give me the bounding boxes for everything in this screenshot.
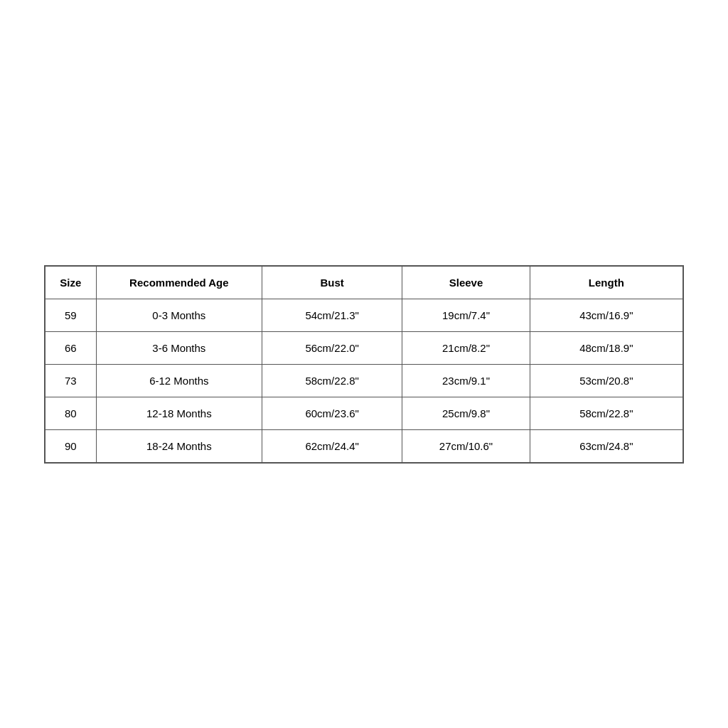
cell-sleeve-3: 25cm/9.8" xyxy=(402,397,530,429)
cell-age-3: 12-18 Months xyxy=(96,397,262,429)
cell-length-1: 48cm/18.9" xyxy=(530,331,682,364)
cell-sleeve-1: 21cm/8.2" xyxy=(402,331,530,364)
cell-length-4: 63cm/24.8" xyxy=(530,429,682,462)
cell-sleeve-0: 19cm/7.4" xyxy=(402,299,530,331)
cell-bust-2: 58cm/22.8" xyxy=(262,364,402,397)
header-length: Length xyxy=(530,266,682,299)
cell-sleeve-2: 23cm/9.1" xyxy=(402,364,530,397)
cell-sleeve-4: 27cm/10.6" xyxy=(402,429,530,462)
table-row: 9018-24 Months62cm/24.4"27cm/10.6"63cm/2… xyxy=(46,429,683,462)
cell-bust-4: 62cm/24.4" xyxy=(262,429,402,462)
cell-age-4: 18-24 Months xyxy=(96,429,262,462)
table-row: 590-3 Months54cm/21.3"19cm/7.4"43cm/16.9… xyxy=(46,299,683,331)
cell-size-2: 73 xyxy=(46,364,97,397)
cell-age-0: 0-3 Months xyxy=(96,299,262,331)
header-recommended-age: Recommended Age xyxy=(96,266,262,299)
cell-bust-1: 56cm/22.0" xyxy=(262,331,402,364)
cell-length-3: 58cm/22.8" xyxy=(530,397,682,429)
cell-age-2: 6-12 Months xyxy=(96,364,262,397)
table-row: 736-12 Months58cm/22.8"23cm/9.1"53cm/20.… xyxy=(46,364,683,397)
size-chart-table: Size Recommended Age Bust Sleeve Length … xyxy=(45,266,683,463)
table-row: 8012-18 Months60cm/23.6"25cm/9.8"58cm/22… xyxy=(46,397,683,429)
cell-bust-0: 54cm/21.3" xyxy=(262,299,402,331)
header-sleeve: Sleeve xyxy=(402,266,530,299)
cell-bust-3: 60cm/23.6" xyxy=(262,397,402,429)
cell-size-1: 66 xyxy=(46,331,97,364)
cell-size-0: 59 xyxy=(46,299,97,331)
cell-size-3: 80 xyxy=(46,397,97,429)
table-header-row: Size Recommended Age Bust Sleeve Length xyxy=(46,266,683,299)
table-row: 663-6 Months56cm/22.0"21cm/8.2"48cm/18.9… xyxy=(46,331,683,364)
cell-length-2: 53cm/20.8" xyxy=(530,364,682,397)
cell-length-0: 43cm/16.9" xyxy=(530,299,682,331)
header-size: Size xyxy=(46,266,97,299)
cell-age-1: 3-6 Months xyxy=(96,331,262,364)
size-chart-container: Size Recommended Age Bust Sleeve Length … xyxy=(44,265,684,464)
header-bust: Bust xyxy=(262,266,402,299)
cell-size-4: 90 xyxy=(46,429,97,462)
